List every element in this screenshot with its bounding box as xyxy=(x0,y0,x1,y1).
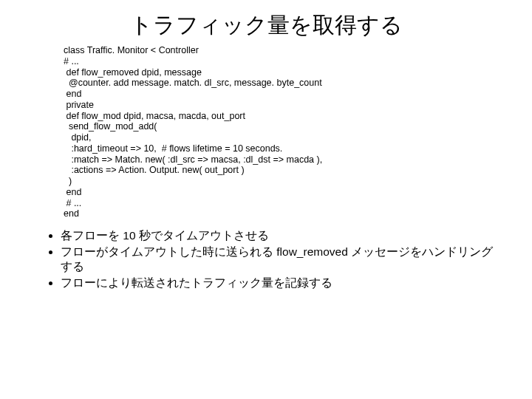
code-line: ) xyxy=(64,176,72,186)
code-line: class Traffic. Monitor < Controller xyxy=(64,45,199,55)
code-line: # ... xyxy=(64,198,81,208)
code-line: end xyxy=(64,187,81,197)
code-line: :actions => Action. Output. new( out_por… xyxy=(64,165,245,175)
code-line: # ... xyxy=(64,56,79,66)
code-line: private xyxy=(64,100,94,110)
code-line: def flow_mod dpid, macsa, macda, out_por… xyxy=(64,111,245,121)
code-line: :match => Match. new( :dl_src => macsa, … xyxy=(64,154,322,165)
code-block: class Traffic. Monitor < Controller # ..… xyxy=(64,45,532,219)
code-line: end xyxy=(64,89,81,99)
bullet-item: フローにより転送されたトラフィック量を記録する xyxy=(61,276,502,290)
bullet-item: フローがタイムアウトした時に送られる flow_removed メッセージをハン… xyxy=(61,245,502,274)
bullet-list: 各フローを 10 秒でタイムアウトさせる フローがタイムアウトした時に送られる … xyxy=(46,228,502,291)
code-line: end xyxy=(64,208,79,219)
bullet-item: 各フローを 10 秒でタイムアウトさせる xyxy=(61,228,502,243)
code-line: :hard_timeout => 10, # flows lifetime = … xyxy=(64,143,282,154)
code-line: send_flow_mod_add( xyxy=(64,121,157,132)
code-line: @counter. add message. match. dl_src, me… xyxy=(64,78,322,88)
code-line: dpid, xyxy=(64,132,92,143)
slide-title: トラフィック量を取得する xyxy=(0,0,532,44)
slide: トラフィック量を取得する class Traffic. Monitor < Co… xyxy=(0,0,532,399)
code-line: def flow_removed dpid, message xyxy=(64,67,202,78)
